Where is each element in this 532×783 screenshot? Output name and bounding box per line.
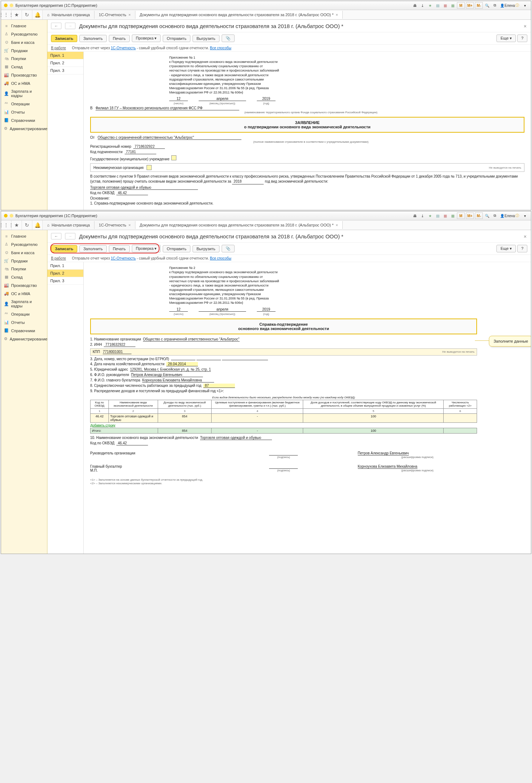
star-icon[interactable]: ★ [11, 10, 22, 19]
gos-checkbox[interactable] [171, 155, 176, 160]
attachment-item[interactable]: Прил. 1 [47, 52, 83, 59]
sidebar-item[interactable]: 📘Справочники [1, 116, 47, 124]
export-button[interactable]: Выгрузить [193, 245, 219, 252]
help-button[interactable]: ? [517, 245, 527, 252]
sidebar-item[interactable]: 👤Зарплата и кадры [1, 298, 47, 310]
more-button[interactable]: Еще ▾ [496, 245, 515, 252]
m-plus-btn[interactable]: M+ [466, 212, 474, 219]
attachment-item[interactable]: Прил. 3 [47, 277, 83, 285]
icon-calc[interactable]: ▦ [442, 2, 448, 9]
attachment-item[interactable]: Прил. 3 [47, 67, 83, 74]
close-icon[interactable]: × [524, 234, 527, 239]
m-btn[interactable]: M [457, 212, 465, 219]
sidebar-item[interactable]: 🏭Производство [1, 281, 47, 289]
sidebar-item[interactable]: 🚚ОС и НМА [1, 79, 47, 87]
icon-star[interactable]: ★ [427, 2, 433, 9]
reporting-link[interactable]: 1С-Отчетность [111, 256, 136, 260]
more-button[interactable]: Еще ▾ [496, 35, 515, 42]
help-button[interactable]: ? [517, 35, 527, 42]
close-icon[interactable]: × [336, 13, 338, 17]
sidebar-item[interactable]: 📊Отчеты [1, 318, 47, 326]
sidebar-item[interactable]: ᴬᵏОперации [1, 100, 47, 108]
v3c[interactable] [222, 360, 268, 360]
sidebar-item[interactable]: ⊙Банк и касса [1, 248, 47, 257]
sidebar-item[interactable]: ▦Склад [1, 273, 47, 281]
send-button[interactable]: Отправить [163, 35, 190, 42]
send-button[interactable]: Отправить [163, 245, 190, 252]
zoom-icon[interactable]: 🔍 [484, 212, 490, 219]
attachment-item[interactable]: Прил. 1 [47, 262, 83, 270]
check-button[interactable]: Проверка ▾ [132, 35, 161, 42]
attach-button[interactable]: 📎 [222, 35, 235, 42]
close-icon[interactable]: × [128, 223, 130, 227]
history-icon[interactable]: ↻ [22, 10, 32, 19]
m-minus-btn[interactable]: M- [475, 2, 483, 9]
v3b[interactable] [196, 360, 221, 360]
save-button[interactable]: Записать [51, 245, 77, 252]
sidebar-item[interactable]: ⚙Администрирование [1, 335, 47, 343]
sidebar-item[interactable]: 🛒Продажи [1, 46, 47, 55]
v4[interactable]: 28.04.2014 [166, 362, 198, 366]
sidebar-item[interactable]: ᴬᵏОперации [1, 310, 47, 318]
icon-print[interactable]: 🖶 [412, 212, 418, 219]
tab-document[interactable]: Документы для подтверждения основного ви… [135, 221, 343, 229]
tab-home[interactable]: ⌂Начальная страница [43, 11, 94, 19]
zoom-icon[interactable]: 🔍 [484, 2, 490, 9]
fill-button[interactable]: Заполнить [79, 35, 107, 42]
icon-doc[interactable]: ▤ [434, 2, 441, 9]
tab-reporting[interactable]: 1С-Отчетность× [94, 221, 135, 229]
bell-icon[interactable]: 🔔 [32, 10, 43, 19]
icon-doc[interactable]: ▤ [434, 212, 441, 219]
kpp-value[interactable]: 7718001001 [103, 350, 131, 354]
fill-button[interactable]: Заполнить [79, 245, 107, 252]
minimize-icon[interactable]: ▾ [522, 212, 528, 219]
icon-cal[interactable]: ▦ [449, 2, 456, 9]
tab-reporting[interactable]: 1С-Отчетность× [94, 11, 135, 19]
m-plus-btn[interactable]: M+ [466, 2, 474, 9]
print-button[interactable]: Печать [109, 35, 130, 42]
restore-icon[interactable]: ⧉ [491, 2, 498, 9]
history-icon[interactable]: ↻ [22, 220, 32, 230]
sidebar-item[interactable]: 📘Справочники [1, 326, 47, 335]
print-button[interactable]: Печать [109, 245, 130, 252]
m-minus-btn[interactable]: M- [475, 212, 483, 219]
back-button[interactable]: ← [51, 233, 61, 239]
all-methods-link[interactable]: Все способы [210, 256, 231, 260]
star-icon[interactable]: ★ [11, 220, 22, 230]
forward-button[interactable]: → [65, 23, 75, 29]
attachment-item[interactable]: Прил. 2 [47, 270, 83, 277]
forward-button[interactable]: → [65, 233, 75, 239]
export-button[interactable]: Выгрузить [193, 35, 219, 42]
minimize-icon[interactable]: ▾ [522, 2, 528, 9]
apps-icon[interactable]: ⋮⋮⋮ [1, 10, 11, 19]
sidebar-item[interactable]: ⚙Администрирование [1, 124, 47, 133]
reporting-link[interactable]: 1С-Отчетность [111, 46, 136, 50]
table-row[interactable]: 46.42 Торговля оптовая одеждой и обувью … [91, 413, 477, 422]
attachment-item[interactable]: Прил. 2 [47, 59, 83, 67]
add-row-link[interactable]: Добавить строку [91, 423, 115, 427]
nko-checkbox[interactable] [147, 165, 152, 170]
sidebar-item[interactable]: ▦Склад [1, 63, 47, 71]
sidebar-item[interactable]: ≡Главное [1, 22, 47, 30]
sidebar-item[interactable]: 🛍Покупки [1, 55, 47, 63]
close-icon[interactable]: × [128, 13, 130, 17]
check-button[interactable]: Проверка ▾ [132, 245, 161, 252]
icon-calc[interactable]: ▦ [442, 212, 448, 219]
save-button[interactable]: Записать [51, 35, 77, 42]
all-methods-link[interactable]: Все способы [210, 46, 231, 50]
icon-print[interactable]: 🖶 [412, 2, 418, 9]
sidebar-item[interactable]: 📊Отчеты [1, 108, 47, 116]
sidebar-item[interactable]: 👤Зарплата и кадры [1, 87, 47, 100]
sidebar-item[interactable]: 🚚ОС и НМА [1, 289, 47, 298]
sidebar-item[interactable]: ≡Главное [1, 232, 47, 240]
tab-home[interactable]: ⌂Начальная страница [43, 221, 94, 229]
info-icon[interactable]: ⓘ [514, 212, 521, 219]
icon-export[interactable]: ⤓ [419, 212, 426, 219]
m-btn[interactable]: M [457, 2, 465, 9]
icon-cal[interactable]: ▦ [449, 212, 456, 219]
restore-icon[interactable]: ⧉ [491, 212, 498, 219]
back-button[interactable]: ← [51, 23, 61, 29]
sidebar-item[interactable]: 🛒Продажи [1, 257, 47, 265]
info-icon[interactable]: ⓘ [514, 2, 521, 9]
sidebar-item[interactable]: ♙Руководителю [1, 240, 47, 248]
